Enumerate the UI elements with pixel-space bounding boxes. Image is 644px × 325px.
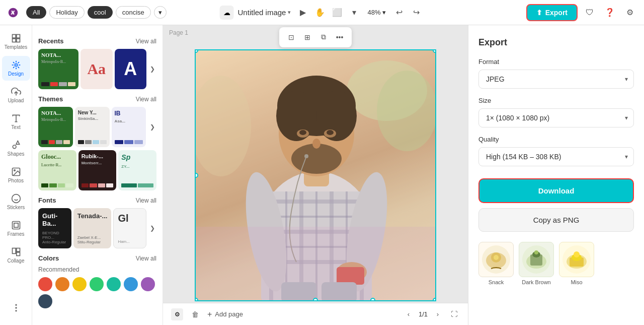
- recents-view-all[interactable]: View all: [136, 38, 156, 45]
- recent-thumb-3[interactable]: A: [115, 49, 147, 89]
- canvas-frame[interactable]: ⊡ ⊞ ⧉ •••: [195, 49, 436, 301]
- page-next-btn[interactable]: ›: [432, 308, 444, 320]
- bottom-bar: ⚙ 🗑 + Add page ‹ 1/1 › ⛶: [163, 303, 468, 325]
- delete-btn[interactable]: 🗑: [189, 308, 201, 320]
- handle-bm[interactable]: [313, 298, 318, 301]
- sidebar-item-photos[interactable]: Photos: [2, 163, 30, 187]
- font-thumb-2[interactable]: Tenada-... Zaebel X-E... Stilu-Regular: [73, 208, 112, 248]
- color-swatch-red[interactable]: [38, 277, 52, 291]
- recent-thumb-1[interactable]: NOTA...Metropolis-B...: [38, 49, 78, 89]
- download-button[interactable]: Download: [478, 178, 634, 203]
- fonts-title: Fonts: [38, 197, 56, 204]
- sidebar-item-upload[interactable]: Upload: [2, 83, 30, 107]
- font-thumb-3[interactable]: Gl Ham...: [113, 208, 146, 248]
- theme-snack[interactable]: Snack: [478, 242, 514, 285]
- color-swatch-orange[interactable]: [55, 277, 69, 291]
- sidebar-item-shapes[interactable]: Shapes: [2, 136, 30, 161]
- more-options-tool[interactable]: •••: [333, 30, 347, 44]
- format-label: Format: [478, 58, 634, 66]
- color-swatches: [38, 277, 156, 308]
- add-page-btn[interactable]: + Add page: [207, 310, 243, 319]
- themes-view-all[interactable]: View all: [136, 96, 156, 103]
- theme-thumb-3[interactable]: IBAsa...: [112, 107, 146, 147]
- move-tool[interactable]: ✋: [312, 5, 328, 21]
- handle-br2[interactable]: [370, 298, 375, 301]
- frame-chevron[interactable]: ▾: [346, 5, 362, 21]
- size-label: Size: [478, 97, 634, 104]
- theme-dark-brown-label: Dark Brown: [522, 279, 550, 285]
- filter-all[interactable]: All: [26, 6, 46, 19]
- sidebar-item-frames[interactable]: Frames: [2, 216, 30, 241]
- quality-select[interactable]: High (154 KB – 308 KB): [478, 147, 634, 166]
- doc-title[interactable]: Untitled image ▾: [238, 8, 291, 17]
- sidebar-item-stickers[interactable]: Stickers: [2, 189, 30, 214]
- theme-thumb-2[interactable]: New Y...SinkinSa...: [75, 107, 110, 147]
- sidebar-item-text[interactable]: Text: [2, 109, 30, 134]
- size-select[interactable]: 1× (1080 × 1080 px): [478, 108, 634, 127]
- format-select[interactable]: JPEG: [478, 70, 634, 89]
- filter-tags: All Holiday cool concise ▾: [26, 6, 167, 19]
- person-svg: [196, 50, 436, 301]
- colors-title: Colors: [38, 254, 59, 262]
- sidebar-item-design[interactable]: Design: [2, 56, 30, 81]
- color-swatch-blue[interactable]: [124, 277, 138, 291]
- fonts-view-all[interactable]: View all: [136, 197, 156, 204]
- duplicate-tool[interactable]: ⧉: [316, 30, 331, 44]
- theme-miso[interactable]: Miso: [559, 242, 594, 285]
- filter-holiday[interactable]: Holiday: [49, 6, 84, 19]
- sidebar-more-btn[interactable]: [2, 299, 30, 317]
- settings-icon-btn[interactable]: ⚙: [622, 5, 638, 21]
- svg-point-20: [16, 307, 17, 308]
- svg-point-21: [16, 310, 17, 311]
- fullscreen-btn[interactable]: ⛶: [448, 308, 460, 320]
- canvas-image[interactable]: [195, 49, 436, 301]
- font-thumb-1[interactable]: Guti-Ba... BEYOND PRO... Anto-Regular: [38, 208, 71, 248]
- topbar-tools: ▶ ✋ ⬜ ▾ 48% ▾ ↩ ↪: [295, 5, 424, 21]
- recents-row: NOTA...Metropolis-B... Aa A ❯: [38, 49, 156, 89]
- fonts-arrow[interactable]: ❯: [148, 208, 156, 248]
- colors-view-all[interactable]: View all: [136, 255, 156, 262]
- shield-icon-btn[interactable]: 🛡: [582, 5, 598, 21]
- color-swatch-green[interactable]: [90, 277, 104, 291]
- theme-thumb-5[interactable]: Rubik-...Montserr...: [78, 150, 117, 190]
- sidebar-item-collage[interactable]: Collage: [2, 243, 30, 268]
- canvas-settings-btn[interactable]: ⚙: [171, 308, 183, 320]
- recent-thumb-2[interactable]: Aa: [80, 49, 113, 89]
- undo-btn[interactable]: ↩: [391, 5, 407, 21]
- filter-cool[interactable]: cool: [88, 6, 113, 19]
- theme-miso-img: [559, 242, 594, 277]
- frames-icon: [11, 220, 21, 230]
- export-button[interactable]: ⬆ Export: [526, 4, 578, 21]
- recents-arrow[interactable]: ❯: [148, 49, 156, 89]
- copy-png-button[interactable]: Copy as PNG: [478, 208, 634, 232]
- color-swatch-purple[interactable]: [141, 277, 155, 291]
- handle-tr[interactable]: [433, 49, 436, 53]
- theme-thumb-6[interactable]: SpZY...: [118, 150, 156, 190]
- themes-arrow[interactable]: ❯: [148, 107, 156, 147]
- color-swatch-dark[interactable]: [38, 294, 52, 308]
- page-prev-btn[interactable]: ‹: [403, 308, 415, 320]
- sidebar-item-templates[interactable]: Templates: [2, 29, 30, 54]
- thumb-nota-bar: [41, 82, 75, 86]
- grid-tool[interactable]: ⊞: [300, 30, 314, 44]
- frame-tool[interactable]: ⬜: [329, 5, 345, 21]
- logo[interactable]: [6, 6, 20, 20]
- theme-dark-brown[interactable]: Dark Brown: [519, 242, 554, 285]
- save-cloud-icon[interactable]: ☁: [220, 6, 234, 20]
- help-icon-btn[interactable]: ❓: [602, 5, 618, 21]
- crop-tool[interactable]: ⊡: [284, 30, 298, 44]
- redo-btn[interactable]: ↪: [408, 5, 424, 21]
- filter-more[interactable]: ▾: [154, 6, 167, 19]
- handle-br[interactable]: [433, 298, 436, 301]
- svg-point-72: [574, 251, 580, 257]
- recents-header: Recents View all: [38, 37, 156, 45]
- filter-concise[interactable]: concise: [116, 6, 151, 19]
- zoom-control[interactable]: 48% ▾: [363, 5, 390, 21]
- theme-thumb-1[interactable]: NOTA...Metropolis-B...: [38, 107, 73, 147]
- color-swatch-teal[interactable]: [107, 277, 121, 291]
- quality-label: Quality: [478, 136, 634, 143]
- theme-thumb-4[interactable]: Glooc...Lucette-R...: [38, 150, 76, 190]
- templates-icon: [11, 33, 21, 43]
- color-swatch-yellow[interactable]: [72, 277, 87, 291]
- select-tool[interactable]: ▶: [295, 5, 311, 21]
